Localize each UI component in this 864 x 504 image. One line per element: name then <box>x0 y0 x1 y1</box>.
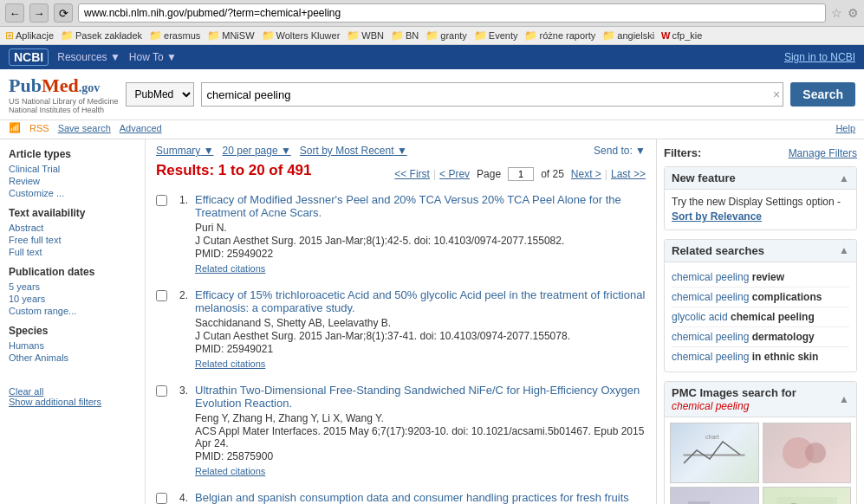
pmc-image-thumb-1[interactable]: chart <box>670 423 759 483</box>
rss-icon: 📶 <box>9 122 21 133</box>
sidebar-item-full-text[interactable]: Full text <box>9 247 136 257</box>
list-item[interactable]: chemical peeling in ethnic skin <box>672 347 849 366</box>
first-page-link[interactable]: << First <box>394 168 430 180</box>
per-page-dropdown[interactable]: 20 per page ▼ <box>223 145 291 157</box>
folder-icon: 📁 <box>207 29 220 42</box>
sidebar-item-abstract[interactable]: Abstract <box>9 223 136 233</box>
svg-point-3 <box>805 443 826 463</box>
sidebar-item-free-full-text[interactable]: Free full text <box>9 235 136 245</box>
pmc-images-query: chemical peeling <box>672 400 749 412</box>
result-3-related[interactable]: Related citations <box>195 466 265 476</box>
url-bar[interactable] <box>78 3 826 23</box>
bookmark-granty[interactable]: 📁 granty <box>426 29 467 42</box>
ncbi-badge[interactable]: NCBI <box>9 48 49 66</box>
last-page-link[interactable]: Last >> <box>611 168 646 180</box>
settings-icon: ⚙ <box>848 6 859 20</box>
bookmark-aplikacje[interactable]: ⊞ Aplikacje <box>5 29 54 42</box>
bookmark-wbn[interactable]: 📁 WBN <box>347 29 384 42</box>
list-item[interactable]: chemical peeling complications <box>672 288 849 307</box>
refresh-button[interactable]: ⟳ <box>54 3 73 23</box>
result-2-related[interactable]: Related citations <box>195 359 265 369</box>
list-item[interactable]: chemical peeling review <box>672 268 849 288</box>
pmc-image-thumb-4[interactable] <box>763 487 852 504</box>
back-button[interactable]: ← <box>5 3 24 23</box>
result-1-checkbox[interactable] <box>156 195 167 206</box>
prev-page-link[interactable]: < Prev <box>439 168 470 180</box>
ncbi-resources-dropdown[interactable]: Resources ▼ <box>57 51 120 63</box>
sidebar-item-clinical-trial[interactable]: Clinical Trial <box>9 164 136 174</box>
sign-in-link[interactable]: Sign in to NCBI <box>784 51 855 63</box>
result-2-num: 2. <box>174 289 188 301</box>
sidebar-item-10years[interactable]: 10 years <box>9 294 136 304</box>
search-button[interactable]: Search <box>790 82 855 107</box>
list-item[interactable]: glycolic acid chemical peeling <box>672 307 849 327</box>
folder-icon: 📁 <box>262 29 275 42</box>
result-3-title[interactable]: Ultrathin Two-Dimensional Free-Standing … <box>195 384 646 410</box>
bookmark-bn[interactable]: 📁 BN <box>391 29 419 42</box>
clear-all-link[interactable]: Clear all <box>9 386 136 397</box>
pmc-images-collapse-arrow[interactable]: ▲ <box>839 393 849 405</box>
list-item[interactable]: chemical peeling dermatology <box>672 327 849 347</box>
sort-dropdown[interactable]: Sort by Most Recent ▼ <box>300 145 407 157</box>
result-1-title[interactable]: Efficacy of Modified Jessner's Peel and … <box>195 193 646 219</box>
summary-dropdown[interactable]: Summary ▼ <box>156 145 214 157</box>
ncbi-howto-dropdown[interactable]: How To ▼ <box>129 51 177 63</box>
result-3-pmid: PMID: 25875900 <box>195 450 646 462</box>
related-searches-body: chemical peeling review chemical peeling… <box>665 262 856 372</box>
result-4-title[interactable]: Belgian and spanish consumption data and… <box>195 491 646 504</box>
result-3-checkbox[interactable] <box>156 385 167 397</box>
page-number-input[interactable] <box>508 167 534 181</box>
article-types-title: Article types <box>9 148 136 160</box>
result-2-title[interactable]: Efficacy of 15% trichloroacetic Acid and… <box>195 288 646 314</box>
related-search-link-3[interactable]: glycolic acid <box>672 311 728 323</box>
filters-label: Filters: <box>664 146 701 159</box>
manage-filters-link[interactable]: Manage Filters <box>789 147 857 159</box>
related-searches-header: Related searches ▲ <box>665 240 856 262</box>
bookmark-erasmus[interactable]: 📁 erasmus <box>149 29 200 42</box>
sort-label: Sort by Most Recent <box>300 145 394 157</box>
sidebar-item-humans[interactable]: Humans <box>9 340 136 351</box>
result-1-related[interactable]: Related citations <box>195 263 265 274</box>
search-input[interactable] <box>201 82 784 107</box>
rss-link[interactable]: RSS <box>29 123 49 133</box>
sidebar-item-other-animals[interactable]: Other Animals <box>9 352 136 363</box>
related-search-link-5[interactable]: chemical peeling <box>672 351 749 363</box>
database-select[interactable]: PubMed <box>126 82 194 107</box>
filters-header: Filters: Manage Filters <box>664 146 857 159</box>
related-search-link-4[interactable]: chemical peeling <box>672 331 749 343</box>
pmc-image-svg-3 <box>679 493 749 504</box>
search-clear-button[interactable]: × <box>773 87 780 101</box>
related-search-link-2[interactable]: chemical peeling <box>672 291 749 303</box>
bookmark-mnisw[interactable]: 📁 MNiSW <box>207 29 254 42</box>
sidebar-item-review[interactable]: Review <box>9 176 136 186</box>
pmc-image-thumb-3[interactable] <box>670 487 759 504</box>
new-feature-collapse-arrow[interactable]: ▲ <box>839 172 849 184</box>
result-4-checkbox[interactable] <box>156 493 167 504</box>
sidebar-item-5years[interactable]: 5 years <box>9 281 136 292</box>
bookmark-raporty[interactable]: 📁 różne raporty <box>524 29 595 42</box>
result-1-journal: J Cutan Aesthet Surg. 2015 Jan-Mar;8(1):… <box>195 235 646 247</box>
bookmark-cfpkie[interactable]: W cfp_kie <box>661 30 702 41</box>
related-search-link-1[interactable]: chemical peeling <box>672 271 749 283</box>
sidebar-item-customize[interactable]: Customize ... <box>9 188 136 198</box>
related-searches-collapse-arrow[interactable]: ▲ <box>839 244 849 256</box>
next-page-link[interactable]: Next > <box>571 168 601 180</box>
bookmark-eventy[interactable]: 📁 Eventy <box>474 29 518 42</box>
pmc-image-thumb-2[interactable] <box>763 423 852 483</box>
pubmed-search-bar: PubMed.gov US National Library of Medici… <box>0 69 864 120</box>
advanced-link[interactable]: Advanced <box>120 123 162 133</box>
show-additional-link[interactable]: Show additional filters <box>9 397 136 407</box>
bookmark-wolters[interactable]: 📁 Wolters Kluwer <box>262 29 341 42</box>
forward-button[interactable]: → <box>29 3 49 23</box>
save-search-link[interactable]: Save search <box>58 123 111 133</box>
pmc-image-svg-4 <box>772 493 841 504</box>
help-link[interactable]: Help <box>835 123 855 133</box>
sort-by-relevance-link[interactable]: Sort by Relevance <box>672 210 762 223</box>
bookmark-label: cfp_kie <box>672 30 703 41</box>
bookmark-pasek[interactable]: 📁 Pasek zakładek <box>61 29 142 42</box>
result-2-checkbox[interactable] <box>156 290 167 301</box>
bookmark-angielski[interactable]: 📁 angielski <box>602 29 654 42</box>
send-to-dropdown[interactable]: Send to: ▼ <box>594 145 646 157</box>
related-search-bold-4: dermatology <box>752 331 815 343</box>
sidebar-item-custom-range[interactable]: Custom range... <box>9 306 136 316</box>
